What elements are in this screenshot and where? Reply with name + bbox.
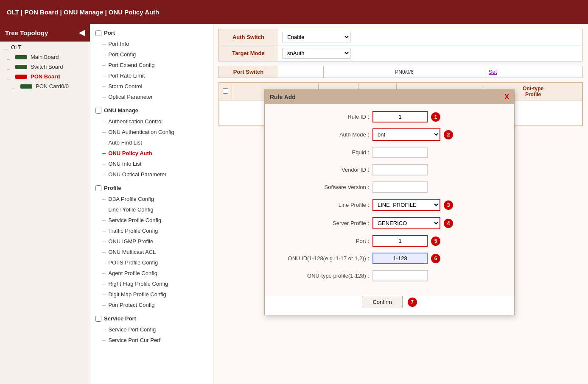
port-switch-table: Port Switch PN0/0/6 Set bbox=[218, 66, 583, 78]
server-profile-label: Server Profile : bbox=[275, 220, 372, 226]
pon-card-icon bbox=[20, 84, 32, 89]
nav-auto-find-list[interactable]: Auto Find List bbox=[90, 137, 213, 148]
nav-port-rate-limit[interactable]: Port Rate Limit bbox=[90, 70, 213, 81]
nav-port-extend-config[interactable]: Port Extend Config bbox=[90, 60, 213, 70]
section-profile-label: Profile bbox=[104, 185, 121, 191]
section-service-port: Service Port bbox=[90, 313, 213, 324]
step-6-badge: 6 bbox=[431, 254, 440, 263]
auth-switch-select[interactable]: Enable Disable bbox=[283, 32, 350, 42]
onu-id-input[interactable] bbox=[372, 253, 428, 264]
sidebar-collapse-icon[interactable]: ◀ bbox=[79, 28, 85, 37]
nav-optical-parameter[interactable]: Optical Parameter bbox=[90, 92, 213, 102]
tree-switch-board[interactable]: ⎯ Switch Board bbox=[0, 62, 90, 72]
switch-board-label: Switch Board bbox=[31, 64, 63, 70]
nav-agent-profile[interactable]: Agent Profile Config bbox=[90, 268, 213, 278]
nav-service-port-cur-perf[interactable]: Service Port Cur Perf bbox=[90, 335, 213, 345]
software-version-label: Software Version : bbox=[275, 184, 372, 190]
pon-card-label: PON Card0/0 bbox=[36, 83, 69, 89]
set-link[interactable]: Set bbox=[489, 69, 497, 75]
nav-service-profile[interactable]: Service Profile Config bbox=[90, 215, 213, 225]
nav-onu-info-list[interactable]: ONU Info List bbox=[90, 159, 213, 169]
auth-switch-label-cell: Auth Switch bbox=[219, 29, 278, 45]
section-onu-manage-label: ONU Manage bbox=[104, 107, 138, 114]
main-content: Auth Switch Enable Disable Target Mode s… bbox=[213, 24, 588, 384]
nav-auth-control[interactable]: Authentication Control bbox=[90, 116, 213, 127]
modal-close-button[interactable]: X bbox=[504, 93, 509, 101]
modal-row-vendor-id: Vendor ID : bbox=[275, 164, 504, 175]
middle-scroll: Port Port Info Port Config Port Extend C… bbox=[90, 24, 213, 349]
auth-mode-select[interactable]: ont sn mac loid bbox=[372, 128, 440, 141]
line-profile-label: Line Profile : bbox=[275, 202, 372, 208]
service-port-checkbox[interactable] bbox=[95, 316, 101, 322]
modal-row-onu-type-profile: ONU-type profile(1-128) : bbox=[275, 270, 504, 281]
confirm-label: Confirm bbox=[372, 299, 392, 305]
rule-id-input[interactable] bbox=[372, 111, 428, 122]
rule-id-label: Rule ID : bbox=[275, 114, 372, 120]
nav-dba-profile[interactable]: DBA Profile Config bbox=[90, 194, 213, 204]
modal-row-software-version: Software Version : bbox=[275, 181, 504, 193]
nav-port-info[interactable]: Port Info bbox=[90, 39, 213, 49]
onu-type-profile-input[interactable] bbox=[372, 270, 428, 281]
nav-storm-control[interactable]: Storm Control bbox=[90, 81, 213, 92]
tree-olt[interactable]: ⎯⎯ OLT bbox=[0, 42, 90, 52]
modal-row-rule-id: Rule ID : 1 bbox=[275, 111, 504, 122]
pon-board-icon bbox=[15, 75, 27, 79]
nav-digit-map-profile[interactable]: Digit Map Profile Config bbox=[90, 289, 213, 300]
step-4-badge: 4 bbox=[444, 219, 453, 228]
sidebar: Tree Topology ◀ ⎯⎯ OLT ⎯ Main Board ⎯ Sw… bbox=[0, 24, 90, 384]
step-2-badge: 2 bbox=[444, 130, 453, 139]
sidebar-title-label: Tree Topology bbox=[5, 29, 48, 36]
profile-checkbox[interactable] bbox=[95, 185, 101, 191]
line-profile-select[interactable]: LINE_PROFILE DEFAULT bbox=[372, 199, 440, 211]
nav-onu-auth-config[interactable]: ONU Authentication Config bbox=[90, 127, 213, 137]
nav-pots-profile[interactable]: POTS Profile Config bbox=[90, 257, 213, 268]
step-7-badge: 7 bbox=[408, 298, 417, 307]
software-version-input[interactable] bbox=[372, 181, 428, 193]
target-mode-value-cell: snAuth macAuth loidAuth bbox=[278, 45, 583, 61]
set-cell: Set bbox=[485, 66, 582, 78]
modal-row-line-profile: Line Profile : LINE_PROFILE DEFAULT 3 bbox=[275, 199, 504, 211]
vendor-id-input[interactable] bbox=[372, 164, 428, 175]
server-profile-select[interactable]: GENERICO DEFAULT bbox=[372, 217, 440, 229]
nav-line-profile[interactable]: Line Profile Config bbox=[90, 204, 213, 215]
modal-title: Rule Add bbox=[270, 94, 296, 100]
port-input[interactable] bbox=[372, 235, 428, 247]
step-1-badge: 1 bbox=[431, 112, 440, 122]
tree-pon-board[interactable]: ⎯ PON Board bbox=[0, 72, 90, 81]
olt-dash-icon: ⎯⎯ bbox=[3, 45, 9, 50]
nav-right-flag-profile[interactable]: Right Flag Profile Config bbox=[90, 278, 213, 289]
tree-pon-card[interactable]: ⎯ PON Card0/0 bbox=[0, 81, 90, 91]
nav-pon-protect[interactable]: Pon Protect Config bbox=[90, 300, 213, 310]
sidebar-title[interactable]: Tree Topology ◀ bbox=[0, 24, 90, 42]
middle-panel: Port Port Info Port Config Port Extend C… bbox=[90, 24, 213, 384]
auth-switch-table: Auth Switch Enable Disable Target Mode s… bbox=[218, 29, 583, 61]
nav-onu-multicast-acl[interactable]: ONU Multicast ACL bbox=[90, 247, 213, 257]
equid-input[interactable] bbox=[372, 147, 428, 158]
port-col-label: PN0/0/6 bbox=[324, 66, 485, 78]
nav-traffic-profile[interactable]: Traffic Profile Config bbox=[90, 225, 213, 236]
port-switch-label-cell: Port Switch bbox=[219, 66, 278, 78]
port-section-checkbox[interactable] bbox=[95, 30, 101, 36]
table-select-all[interactable] bbox=[223, 88, 228, 94]
target-mode-select[interactable]: snAuth macAuth loidAuth bbox=[283, 48, 350, 58]
modal-row-server-profile: Server Profile : GENERICO DEFAULT 4 bbox=[275, 217, 504, 229]
target-mode-label-cell: Target Mode bbox=[219, 45, 278, 61]
step-3-badge: 3 bbox=[444, 200, 453, 210]
tree-main-board[interactable]: ⎯ Main Board bbox=[0, 52, 90, 62]
section-service-port-label: Service Port bbox=[104, 315, 136, 322]
onu-id-label: ONU ID(1-128(e.g.:1-17 or 1,2)) : bbox=[275, 255, 372, 262]
auth-switch-value-cell: Enable Disable bbox=[278, 29, 583, 45]
port-switch-content bbox=[278, 66, 324, 78]
modal-row-port: Port : 5 bbox=[275, 235, 504, 247]
confirm-button[interactable]: Confirm bbox=[362, 296, 403, 308]
modal-row-onu-id: ONU ID(1-128(e.g.:1-17 or 1,2)) : 6 bbox=[275, 253, 504, 264]
nav-port-config[interactable]: Port Config bbox=[90, 49, 213, 60]
vendor-id-label: Vendor ID : bbox=[275, 167, 372, 173]
main-board-icon bbox=[15, 55, 27, 59]
nav-onu-igmp[interactable]: ONU IGMP Profile bbox=[90, 236, 213, 247]
nav-onu-policy-auth[interactable]: ONU Policy Auth bbox=[90, 148, 213, 159]
nav-onu-optical-param[interactable]: ONU Optical Parameter bbox=[90, 169, 213, 180]
onu-manage-checkbox[interactable] bbox=[95, 108, 101, 114]
nav-service-port-config[interactable]: Service Port Config bbox=[90, 324, 213, 335]
col-checkbox bbox=[219, 83, 232, 100]
